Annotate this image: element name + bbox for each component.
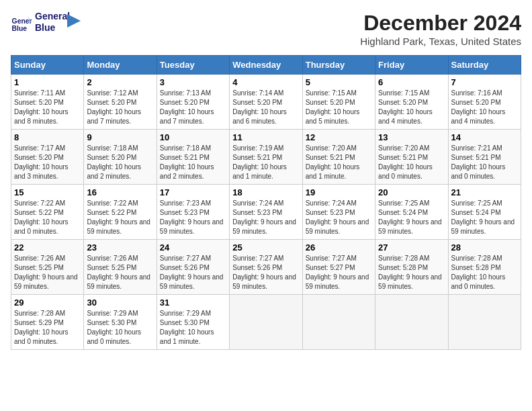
day-number: 30 xyxy=(87,298,153,308)
calendar-cell: 5Sunrise: 7:15 AMSunset: 5:20 PMDaylight… xyxy=(302,75,375,130)
calendar-weekday-tuesday: Tuesday xyxy=(157,56,229,75)
logo-arrow-icon xyxy=(67,11,81,31)
day-info: Sunrise: 7:22 AMSunset: 5:22 PMDaylight:… xyxy=(14,199,81,236)
day-number: 15 xyxy=(14,187,81,197)
day-number: 31 xyxy=(160,298,226,308)
calendar-header: SundayMondayTuesdayWednesdayThursdayFrid… xyxy=(11,56,521,75)
calendar-cell: 16Sunrise: 7:22 AMSunset: 5:22 PMDayligh… xyxy=(84,185,157,240)
calendar-week-row: 29Sunrise: 7:28 AMSunset: 5:29 PMDayligh… xyxy=(11,295,521,350)
day-number: 13 xyxy=(378,132,445,142)
calendar-weekday-saturday: Saturday xyxy=(448,56,521,75)
day-info: Sunrise: 7:14 AMSunset: 5:20 PMDaylight:… xyxy=(232,89,299,126)
svg-text:Blue: Blue xyxy=(12,25,28,32)
calendar-cell xyxy=(302,295,375,350)
calendar-cell xyxy=(230,295,302,350)
day-info: Sunrise: 7:24 AMSunset: 5:23 PMDaylight:… xyxy=(232,199,299,236)
logo-blue: Blue xyxy=(35,22,70,34)
calendar-cell: 18Sunrise: 7:24 AMSunset: 5:23 PMDayligh… xyxy=(230,185,302,240)
calendar-week-row: 1Sunrise: 7:11 AMSunset: 5:20 PMDaylight… xyxy=(11,75,521,130)
calendar-cell: 26Sunrise: 7:27 AMSunset: 5:27 PMDayligh… xyxy=(302,240,375,295)
day-number: 20 xyxy=(378,187,445,197)
day-number: 21 xyxy=(451,187,518,197)
day-info: Sunrise: 7:27 AMSunset: 5:26 PMDaylight:… xyxy=(232,254,299,291)
day-info: Sunrise: 7:12 AMSunset: 5:20 PMDaylight:… xyxy=(87,89,153,126)
day-info: Sunrise: 7:19 AMSunset: 5:21 PMDaylight:… xyxy=(232,144,299,181)
day-info: Sunrise: 7:23 AMSunset: 5:23 PMDaylight:… xyxy=(160,199,226,236)
day-info: Sunrise: 7:20 AMSunset: 5:21 PMDaylight:… xyxy=(306,144,372,181)
day-number: 19 xyxy=(306,187,372,197)
calendar-cell: 31Sunrise: 7:29 AMSunset: 5:30 PMDayligh… xyxy=(157,295,229,350)
subtitle: Highland Park, Texas, United States xyxy=(360,36,521,47)
day-info: Sunrise: 7:29 AMSunset: 5:30 PMDaylight:… xyxy=(87,309,153,347)
day-number: 6 xyxy=(378,77,445,87)
day-number: 16 xyxy=(87,187,153,197)
day-info: Sunrise: 7:27 AMSunset: 5:27 PMDaylight:… xyxy=(306,254,372,291)
day-info: Sunrise: 7:29 AMSunset: 5:30 PMDaylight:… xyxy=(160,309,226,347)
calendar-weekday-wednesday: Wednesday xyxy=(230,56,302,75)
calendar-cell: 17Sunrise: 7:23 AMSunset: 5:23 PMDayligh… xyxy=(157,185,229,240)
day-info: Sunrise: 7:15 AMSunset: 5:20 PMDaylight:… xyxy=(306,89,372,126)
day-info: Sunrise: 7:27 AMSunset: 5:26 PMDaylight:… xyxy=(160,254,226,291)
calendar-cell: 12Sunrise: 7:20 AMSunset: 5:21 PMDayligh… xyxy=(302,130,375,185)
logo-general: General xyxy=(35,11,70,22)
calendar-cell: 2Sunrise: 7:12 AMSunset: 5:20 PMDaylight… xyxy=(84,75,157,130)
calendar-weekday-friday: Friday xyxy=(375,56,448,75)
calendar-cell: 22Sunrise: 7:26 AMSunset: 5:25 PMDayligh… xyxy=(11,240,84,295)
calendar-body: 1Sunrise: 7:11 AMSunset: 5:20 PMDaylight… xyxy=(11,75,521,350)
day-info: Sunrise: 7:26 AMSunset: 5:25 PMDaylight:… xyxy=(87,254,153,291)
calendar-week-row: 15Sunrise: 7:22 AMSunset: 5:22 PMDayligh… xyxy=(11,185,521,240)
calendar-cell: 6Sunrise: 7:15 AMSunset: 5:20 PMDaylight… xyxy=(375,75,448,130)
calendar-cell: 23Sunrise: 7:26 AMSunset: 5:25 PMDayligh… xyxy=(84,240,157,295)
day-info: Sunrise: 7:24 AMSunset: 5:23 PMDaylight:… xyxy=(306,199,372,236)
day-number: 29 xyxy=(14,298,81,308)
day-info: Sunrise: 7:18 AMSunset: 5:20 PMDaylight:… xyxy=(87,144,153,181)
calendar-cell: 30Sunrise: 7:29 AMSunset: 5:30 PMDayligh… xyxy=(84,295,157,350)
calendar-week-row: 22Sunrise: 7:26 AMSunset: 5:25 PMDayligh… xyxy=(11,240,521,295)
day-info: Sunrise: 7:28 AMSunset: 5:29 PMDaylight:… xyxy=(14,309,81,347)
day-info: Sunrise: 7:22 AMSunset: 5:22 PMDaylight:… xyxy=(87,199,153,236)
calendar-cell: 25Sunrise: 7:27 AMSunset: 5:26 PMDayligh… xyxy=(230,240,302,295)
day-number: 3 xyxy=(160,77,226,87)
calendar-cell: 14Sunrise: 7:21 AMSunset: 5:21 PMDayligh… xyxy=(448,130,521,185)
logo: General Blue General Blue xyxy=(11,11,81,34)
calendar-cell: 29Sunrise: 7:28 AMSunset: 5:29 PMDayligh… xyxy=(11,295,84,350)
calendar-header-row: SundayMondayTuesdayWednesdayThursdayFrid… xyxy=(11,56,521,75)
day-number: 14 xyxy=(451,132,518,142)
day-number: 8 xyxy=(14,132,81,142)
calendar-cell: 24Sunrise: 7:27 AMSunset: 5:26 PMDayligh… xyxy=(157,240,229,295)
day-number: 28 xyxy=(451,242,518,253)
day-number: 2 xyxy=(87,77,153,87)
calendar-cell: 7Sunrise: 7:16 AMSunset: 5:20 PMDaylight… xyxy=(448,75,521,130)
day-info: Sunrise: 7:26 AMSunset: 5:25 PMDaylight:… xyxy=(14,254,81,291)
svg-marker-4 xyxy=(67,14,81,28)
day-number: 27 xyxy=(378,242,445,253)
day-number: 11 xyxy=(232,132,299,142)
day-info: Sunrise: 7:28 AMSunset: 5:28 PMDaylight:… xyxy=(378,254,445,291)
svg-text:General: General xyxy=(12,17,32,24)
day-number: 10 xyxy=(160,132,226,142)
calendar-table: SundayMondayTuesdayWednesdayThursdayFrid… xyxy=(11,55,521,350)
day-info: Sunrise: 7:21 AMSunset: 5:21 PMDaylight:… xyxy=(451,144,518,181)
calendar-cell: 9Sunrise: 7:18 AMSunset: 5:20 PMDaylight… xyxy=(84,130,157,185)
page-header: General Blue General Blue December 2024 … xyxy=(11,11,521,47)
day-number: 1 xyxy=(14,77,81,87)
day-number: 9 xyxy=(87,132,153,142)
calendar-weekday-thursday: Thursday xyxy=(302,56,375,75)
day-info: Sunrise: 7:20 AMSunset: 5:21 PMDaylight:… xyxy=(378,144,445,181)
calendar-cell: 4Sunrise: 7:14 AMSunset: 5:20 PMDaylight… xyxy=(230,75,302,130)
day-number: 18 xyxy=(232,187,299,197)
day-number: 7 xyxy=(451,77,518,87)
day-number: 17 xyxy=(160,187,226,197)
day-number: 25 xyxy=(232,242,299,253)
day-number: 5 xyxy=(306,77,372,87)
day-info: Sunrise: 7:18 AMSunset: 5:21 PMDaylight:… xyxy=(160,144,226,181)
calendar-cell: 28Sunrise: 7:28 AMSunset: 5:28 PMDayligh… xyxy=(448,240,521,295)
calendar-cell: 21Sunrise: 7:25 AMSunset: 5:24 PMDayligh… xyxy=(448,185,521,240)
calendar-cell xyxy=(375,295,448,350)
day-info: Sunrise: 7:11 AMSunset: 5:20 PMDaylight:… xyxy=(14,89,81,126)
calendar-cell: 27Sunrise: 7:28 AMSunset: 5:28 PMDayligh… xyxy=(375,240,448,295)
calendar-cell: 1Sunrise: 7:11 AMSunset: 5:20 PMDaylight… xyxy=(11,75,84,130)
day-info: Sunrise: 7:25 AMSunset: 5:24 PMDaylight:… xyxy=(451,199,518,236)
calendar-week-row: 8Sunrise: 7:17 AMSunset: 5:20 PMDaylight… xyxy=(11,130,521,185)
day-number: 24 xyxy=(160,242,226,253)
